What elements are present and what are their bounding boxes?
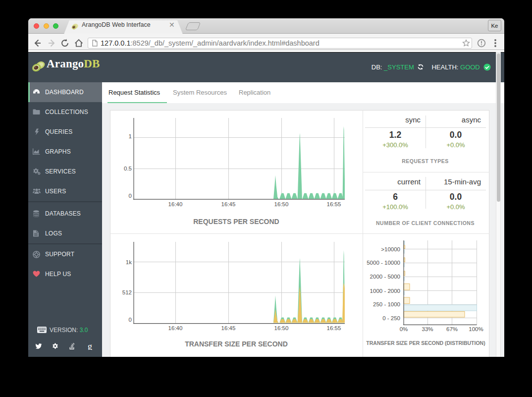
svg-text:100%: 100% (469, 326, 483, 332)
svg-text:1000 - 2000: 1000 - 2000 (370, 287, 400, 293)
svg-text:67%: 67% (446, 326, 458, 332)
svg-text:2000 - 5000: 2000 - 5000 (370, 274, 400, 280)
svg-text:16:45: 16:45 (221, 325, 236, 331)
svg-text:1k: 1k (126, 259, 132, 265)
svg-text:5000 - 10000: 5000 - 10000 (367, 260, 400, 266)
svg-text:16:50: 16:50 (274, 201, 289, 207)
svg-text:0 - 250: 0 - 250 (382, 315, 400, 321)
svg-text:g: g (88, 343, 92, 350)
svg-text:0.5: 0.5 (124, 166, 132, 171)
svg-text:0: 0 (129, 317, 132, 323)
svg-text:0: 0 (129, 192, 132, 198)
svg-text:16:55: 16:55 (327, 201, 341, 207)
svg-text:REQUESTS PER SECOND: REQUESTS PER SECOND (193, 218, 279, 226)
svg-text:0%: 0% (400, 326, 408, 332)
svg-text:16:40: 16:40 (168, 201, 183, 207)
svg-text:16:40: 16:40 (168, 325, 183, 331)
svg-text:TRANSFER SIZE PER SECOND: TRANSFER SIZE PER SECOND (185, 340, 288, 348)
svg-text:16:50: 16:50 (274, 325, 289, 331)
svg-text:512: 512 (122, 289, 132, 295)
svg-text:>10000: >10000 (381, 246, 400, 252)
svg-text:33%: 33% (422, 326, 433, 332)
svg-text:16:45: 16:45 (221, 201, 236, 207)
svg-text:250 - 1000: 250 - 1000 (373, 301, 400, 307)
svg-text:1: 1 (129, 133, 132, 139)
svg-text:16:55: 16:55 (327, 325, 341, 331)
svg-text:TRANSFER SIZE PER SECOND (DIST: TRANSFER SIZE PER SECOND (DISTRIBUTION) (366, 340, 485, 346)
